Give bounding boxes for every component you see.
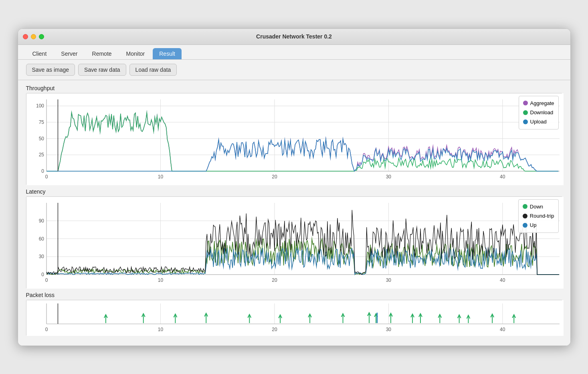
maximize-button[interactable] bbox=[39, 34, 44, 39]
upload-label: Upload bbox=[530, 117, 547, 126]
legend-upload: Upload bbox=[523, 117, 554, 126]
save-image-button[interactable]: Save as image bbox=[26, 64, 75, 76]
packetloss-chart bbox=[26, 300, 562, 336]
packetloss-section: Packet loss bbox=[26, 292, 562, 336]
throughput-legend: Aggregate Download Upload bbox=[519, 96, 559, 129]
up-label: Up bbox=[530, 220, 537, 230]
throughput-chart: Aggregate Download Upload bbox=[26, 93, 562, 185]
legend-down: Down bbox=[523, 202, 554, 211]
throughput-label: Throughput bbox=[26, 85, 562, 91]
down-label: Down bbox=[530, 202, 543, 211]
download-label: Download bbox=[530, 108, 554, 117]
upload-dot bbox=[523, 119, 528, 124]
packetloss-canvas bbox=[26, 300, 564, 336]
roundtrip-label: Round-trip bbox=[530, 211, 554, 220]
aggregate-dot bbox=[523, 101, 528, 105]
down-dot bbox=[523, 204, 527, 209]
close-button[interactable] bbox=[23, 34, 28, 39]
app-window: Crusader Network Tester 0.2 Client Serve… bbox=[18, 28, 571, 346]
roundtrip-dot bbox=[523, 214, 527, 218]
legend-download: Download bbox=[523, 108, 554, 117]
download-dot bbox=[523, 110, 528, 115]
title-bar: Crusader Network Tester 0.2 bbox=[18, 29, 570, 45]
legend-roundtrip: Round-trip bbox=[523, 211, 554, 220]
minimize-button[interactable] bbox=[31, 34, 36, 39]
latency-section: Latency Down Round-trip Up bbox=[26, 188, 562, 289]
throughput-canvas bbox=[26, 93, 564, 185]
tab-remote[interactable]: Remote bbox=[86, 48, 118, 59]
tab-monitor[interactable]: Monitor bbox=[120, 48, 152, 59]
tab-result[interactable]: Result bbox=[153, 48, 182, 59]
legend-aggregate: Aggregate bbox=[523, 99, 554, 108]
latency-legend: Down Round-trip Up bbox=[518, 199, 559, 233]
up-dot bbox=[523, 223, 527, 228]
toolbar: Save as image Save raw data Load raw dat… bbox=[18, 60, 570, 80]
window-title: Crusader Network Tester 0.2 bbox=[256, 33, 332, 40]
packetloss-label: Packet loss bbox=[26, 292, 562, 298]
latency-chart: Down Round-trip Up bbox=[26, 196, 562, 289]
tabs-bar: Client Server Remote Monitor Result bbox=[18, 45, 570, 60]
latency-label: Latency bbox=[26, 188, 562, 195]
traffic-lights bbox=[23, 34, 44, 39]
content-area: Throughput Aggregate Download Upload bbox=[18, 80, 570, 346]
load-raw-button[interactable]: Load raw data bbox=[129, 64, 177, 76]
latency-canvas bbox=[26, 197, 564, 289]
tab-client[interactable]: Client bbox=[26, 48, 53, 59]
aggregate-label: Aggregate bbox=[530, 99, 554, 108]
throughput-section: Throughput Aggregate Download Upload bbox=[26, 85, 562, 185]
save-raw-button[interactable]: Save raw data bbox=[78, 64, 126, 76]
legend-up: Up bbox=[523, 220, 554, 230]
tab-server[interactable]: Server bbox=[55, 48, 84, 59]
